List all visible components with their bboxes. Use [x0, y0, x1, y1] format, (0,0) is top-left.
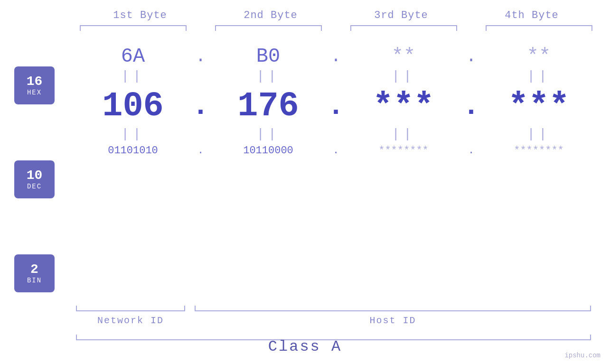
bin-byte4: ******** — [481, 145, 597, 157]
hex-row: 6A . B0 . ** . ** — [75, 45, 597, 68]
byte-header-3: 3rd Byte — [336, 9, 467, 21]
hex-dot2: . — [327, 47, 346, 66]
dec-dot2: . — [327, 90, 346, 122]
bin-byte3: ******** — [346, 145, 462, 157]
bottom-brackets-row — [76, 306, 591, 311]
bracket-2 — [215, 25, 322, 31]
bin-byte1: 01101010 — [75, 145, 191, 157]
host-bracket — [195, 306, 591, 311]
hex-byte1: 6A — [75, 45, 191, 68]
bracket-1 — [80, 25, 187, 31]
bottom-section: Network ID Host ID — [76, 306, 591, 326]
eq2-b1: || — [75, 127, 191, 141]
network-id-label: Network ID — [76, 315, 185, 326]
byte-header-1: 1st Byte — [75, 9, 206, 21]
dec-byte2: 176 — [210, 87, 327, 126]
hex-base-box: 16 HEX — [14, 66, 55, 104]
hex-dot1: . — [191, 47, 210, 66]
bin-base-number: 2 — [30, 262, 38, 277]
eq1-b4: || — [481, 69, 597, 84]
byte-header-2: 2nd Byte — [206, 9, 336, 21]
dec-dot1: . — [191, 90, 210, 122]
host-id-label: Host ID — [195, 315, 591, 326]
hex-byte4: ** — [481, 45, 597, 68]
bin-dot2: . — [327, 145, 346, 157]
bottom-labels-row: Network ID Host ID — [76, 315, 591, 326]
dec-byte4: *** — [481, 87, 597, 126]
eq1-b1: || — [75, 69, 191, 84]
equals-row-1: || || || || — [75, 69, 597, 84]
eq2-b3: || — [346, 127, 462, 141]
bin-dot1: . — [191, 145, 210, 157]
base-labels: 16 HEX 10 DEC 2 BIN — [14, 66, 55, 292]
bin-byte2: 10110000 — [210, 145, 327, 157]
class-label: Class A — [0, 338, 610, 355]
dec-base-number: 10 — [27, 168, 43, 183]
eq1-b2: || — [210, 69, 327, 84]
hex-base-name: HEX — [27, 89, 42, 96]
eq1-b3: || — [346, 69, 462, 84]
bin-base-name: BIN — [27, 277, 42, 284]
main-container: 1st Byte 2nd Byte 3rd Byte 4th Byte 6A .… — [0, 0, 610, 364]
hex-base-number: 16 — [27, 75, 43, 89]
bracket-4 — [486, 25, 592, 31]
hex-byte3: ** — [346, 45, 462, 68]
equals-row-2: || || || || — [75, 127, 597, 141]
network-bracket — [76, 306, 185, 311]
dec-dot3: . — [462, 90, 481, 122]
dec-byte1: 106 — [75, 87, 191, 126]
dec-base-box: 10 DEC — [14, 160, 55, 198]
bin-dot3: . — [462, 145, 481, 157]
hex-dot3: . — [462, 47, 481, 66]
watermark: ipshu.com — [564, 352, 601, 359]
bracket-3 — [350, 25, 457, 31]
dec-row: 106 . 176 . *** . *** — [75, 87, 597, 126]
bin-base-box: 2 BIN — [14, 254, 55, 292]
hex-byte2: B0 — [210, 45, 327, 68]
content-area: 6A . B0 . ** . ** || || || || 106 . 176 … — [75, 40, 597, 157]
dec-base-name: DEC — [27, 183, 42, 190]
byte-header-4: 4th Byte — [467, 9, 597, 21]
top-bracket-row — [75, 25, 597, 31]
byte-headers: 1st Byte 2nd Byte 3rd Byte 4th Byte — [75, 9, 597, 21]
dec-byte3: *** — [346, 87, 462, 126]
bin-row: 01101010 . 10110000 . ******** . *******… — [75, 145, 597, 157]
eq2-b2: || — [210, 127, 327, 141]
eq2-b4: || — [481, 127, 597, 141]
